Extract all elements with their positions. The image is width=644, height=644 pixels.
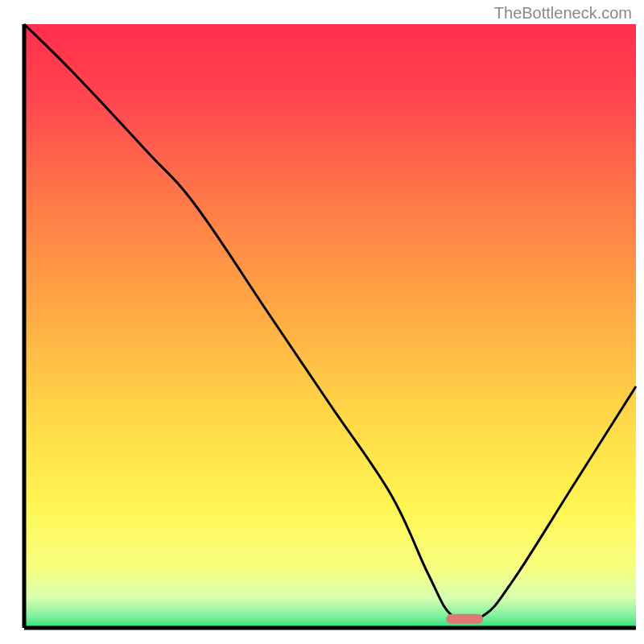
chart-svg <box>0 0 644 644</box>
watermark-text: TheBottleneck.com <box>494 4 632 23</box>
chart-container: TheBottleneck.com <box>0 0 644 644</box>
plot-background <box>24 24 636 628</box>
optimal-marker <box>446 614 483 624</box>
